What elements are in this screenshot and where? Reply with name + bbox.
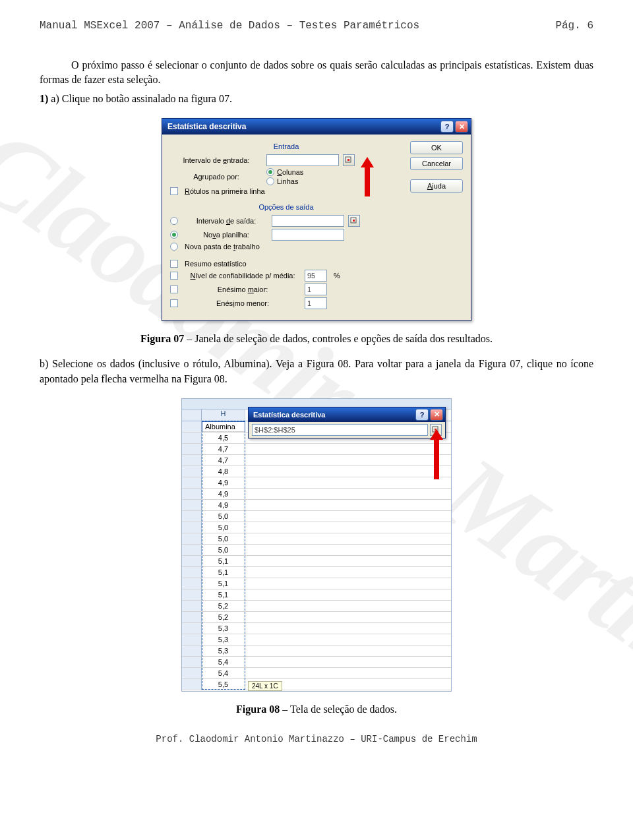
radio-nova-pasta[interactable]: [170, 243, 178, 251]
input-maior[interactable]: 1: [305, 284, 327, 295]
question-icon: ?: [420, 411, 425, 419]
data-cell[interactable]: 5,4: [202, 668, 245, 678]
section-opcoes-saida: Opções de saída: [170, 203, 402, 211]
row-header[interactable]: [182, 511, 202, 522]
input-nivel[interactable]: 95: [305, 270, 327, 282]
step-label: 1): [40, 93, 48, 104]
data-cell[interactable]: 5,3: [202, 623, 245, 634]
check-resumo[interactable]: [170, 260, 178, 268]
data-cell[interactable]: 4,9: [202, 489, 245, 499]
close-icon: ✕: [459, 123, 465, 131]
data-cell[interactable]: 5,0: [202, 522, 245, 533]
cell-header[interactable]: Albumina: [202, 421, 245, 432]
data-cell[interactable]: 5,2: [202, 612, 245, 622]
row-header[interactable]: [182, 657, 202, 667]
data-cell[interactable]: 5,1: [202, 567, 245, 578]
data-cell[interactable]: 5,3: [202, 634, 245, 645]
section-entrada: Entrada: [170, 142, 402, 150]
row-header[interactable]: [182, 477, 202, 488]
svg-rect-1: [347, 159, 349, 161]
data-cell[interactable]: 5,0: [202, 511, 245, 522]
data-cell[interactable]: 5,1: [202, 589, 245, 600]
ok-button[interactable]: OK: [410, 141, 463, 154]
data-cell[interactable]: 5,0: [202, 545, 245, 555]
data-cell[interactable]: 4,7: [202, 455, 245, 465]
caption-figure-08: Figura 08 – Tela de seleção de dados.: [40, 704, 593, 715]
row-header[interactable]: [182, 612, 202, 622]
header-left: Manual MSExcel 2007 – Análise de Dados –…: [40, 20, 419, 32]
label-maior: Enésimo maior:: [185, 285, 301, 293]
data-cell[interactable]: 5,2: [202, 601, 245, 611]
label-linhas: Linhas: [277, 177, 298, 185]
row-header[interactable]: [182, 444, 202, 454]
radio-linhas[interactable]: [266, 177, 274, 185]
data-cell[interactable]: 5,5: [202, 679, 245, 690]
data-cell[interactable]: 5,1: [202, 556, 245, 566]
row-header[interactable]: [182, 489, 202, 499]
range-picker-icon: [345, 156, 353, 164]
data-cell[interactable]: 4,9: [202, 500, 245, 510]
row-header[interactable]: [182, 522, 202, 533]
close-button[interactable]: ✕: [455, 121, 468, 133]
row-header[interactable]: [182, 589, 202, 600]
row-header[interactable]: [182, 455, 202, 465]
row-header[interactable]: [182, 533, 202, 544]
label-nova-pasta: Nova pasta de trabalho: [185, 243, 260, 251]
paragraph-3: b) Selecione os dados (inclusive o rótul…: [40, 357, 593, 386]
selection-size-tooltip: 24L x 1C: [248, 681, 282, 691]
collapsed-range-dialog[interactable]: Estatística descritiva ? ✕ $H$2:$H$25: [248, 407, 446, 438]
data-cell[interactable]: 5,1: [202, 578, 245, 589]
check-maior[interactable]: [170, 285, 178, 293]
radio-nova-planilha[interactable]: [170, 231, 178, 239]
input-menor[interactable]: 1: [305, 297, 327, 309]
page-header: Manual MSExcel 2007 – Análise de Dados –…: [40, 20, 593, 32]
close-icon: ✕: [434, 410, 440, 419]
input-intervalo-saida[interactable]: [272, 215, 344, 227]
row-header[interactable]: [182, 500, 202, 510]
radio-colunas[interactable]: [266, 168, 274, 176]
data-cell[interactable]: 4,9: [202, 477, 245, 488]
row-header[interactable]: [182, 679, 202, 690]
help-button[interactable]: ?: [415, 409, 429, 421]
data-cell[interactable]: 5,3: [202, 645, 245, 656]
page-footer: Prof. Claodomir Antonio Martinazzo – URI…: [40, 734, 593, 744]
row-header[interactable]: [182, 601, 202, 611]
check-menor[interactable]: [170, 299, 178, 307]
row-header[interactable]: [182, 545, 202, 555]
row-header[interactable]: [182, 578, 202, 589]
range-picker-button[interactable]: [343, 154, 355, 166]
data-cell[interactable]: 4,8: [202, 466, 245, 477]
figure-spreadsheet-selection: H Albumina4,54,74,74,84,94,94,95,05,05,0…: [181, 398, 452, 692]
row-header[interactable]: [182, 567, 202, 578]
row-header[interactable]: [182, 623, 202, 634]
check-nivel[interactable]: [170, 272, 178, 280]
row-header[interactable]: [182, 421, 202, 432]
data-cell[interactable]: 5,4: [202, 657, 245, 667]
data-cell[interactable]: 4,7: [202, 444, 245, 454]
radio-intervalo-saida[interactable]: [170, 217, 178, 225]
input-nova-planilha[interactable]: [272, 229, 344, 241]
dialog-title: Estatística descritiva: [167, 122, 246, 131]
row-header[interactable]: [182, 645, 202, 656]
row-header[interactable]: [182, 466, 202, 477]
question-icon: ?: [445, 123, 450, 131]
label-resumo: Resumo estatístico: [185, 260, 247, 268]
column-header[interactable]: H: [202, 409, 245, 421]
close-button[interactable]: ✕: [430, 409, 443, 421]
dialog-titlebar[interactable]: Estatística descritiva ? ✕: [162, 119, 471, 135]
check-rotulos[interactable]: [170, 187, 178, 195]
input-intervalo-entrada[interactable]: [266, 154, 339, 166]
label-colunas: Colunas: [277, 168, 303, 176]
cancel-button[interactable]: Cancelar: [410, 157, 463, 170]
help-button-side[interactable]: Ajuda: [410, 179, 463, 193]
data-cell[interactable]: 4,5: [202, 433, 245, 443]
row-header[interactable]: [182, 556, 202, 566]
label-rotulos: Rótulos na primeira linha: [185, 187, 265, 195]
range-picker-button-output[interactable]: [348, 215, 360, 227]
row-header[interactable]: [182, 634, 202, 645]
data-cell[interactable]: 5,0: [202, 533, 245, 544]
row-header[interactable]: [182, 668, 202, 678]
row-header[interactable]: [182, 433, 202, 443]
help-button[interactable]: ?: [440, 121, 454, 133]
input-range-reference[interactable]: $H$2:$H$25: [252, 424, 428, 436]
